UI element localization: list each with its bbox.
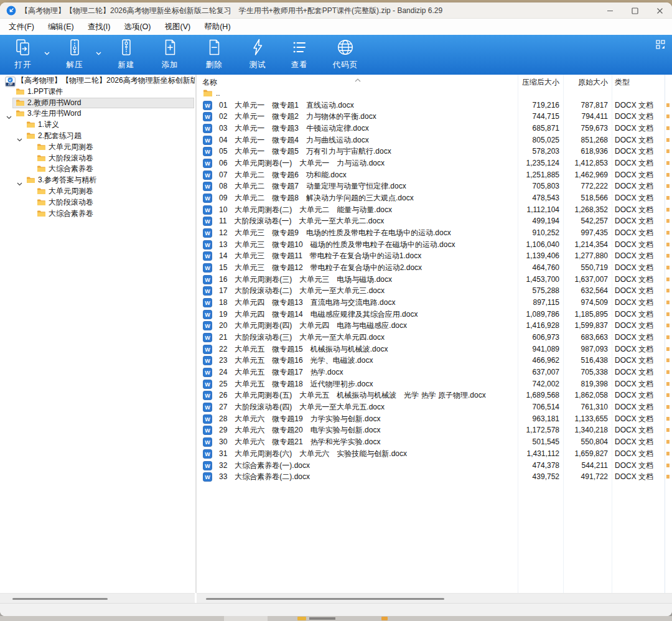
tree-item[interactable]: 大综合素养卷: [0, 208, 195, 220]
file-row[interactable]: W07 大单元二 微专题6 功和能.docx1,251,8851,462,969…: [198, 169, 672, 181]
file-row[interactable]: W33 大综合素养卷(二).docx439,752491,722DOCX 文档: [198, 471, 672, 483]
file-row[interactable]: W26 大单元周测卷(五) 大单元五 机械振动与机械波 光学 热学 原子物理.d…: [198, 390, 672, 401]
menu-item-find[interactable]: 查找(I): [85, 21, 113, 34]
svg-text:W: W: [205, 393, 210, 399]
clipped-next-column-fragment: [666, 324, 670, 327]
menu-item-view[interactable]: 视图(V): [162, 21, 194, 34]
file-row[interactable]: W28 大单元六 微专题19 力学实验与创新.docx963,1811,133,…: [198, 413, 672, 425]
packed-size: 1,106,040: [526, 239, 559, 251]
file-row[interactable]: W16 大单元周测卷(三) 大单元三 电场与磁场.docx1,453,7001,…: [198, 274, 672, 286]
file-row[interactable]: W25 大单元五 微专题18 近代物理初步.docx742,002819,398…: [198, 378, 672, 390]
tree-horizontal-scrollbar[interactable]: [0, 593, 195, 603]
file-row[interactable]: W02 大单元一 微专题2 力与物体的平衡.docx744,715794,411…: [198, 111, 672, 123]
file-name: 04 大单元一 微专题4 力与曲线运动.docx: [219, 134, 369, 146]
toolbar-button-codepage[interactable]: 代码页: [328, 38, 363, 70]
chevron-down-icon[interactable]: [17, 134, 22, 138]
toolbar-button-open[interactable]: 打开: [6, 38, 40, 70]
file-row[interactable]: W27 大阶段滚动卷(四) 大单元一至大单元五.docx706,514761,3…: [198, 401, 672, 413]
file-row[interactable]: W08 大单元二 微专题7 动量定理与动量守恒定律.docx705,803772…: [198, 180, 672, 192]
file-row[interactable]: W01 大单元一 微专题1 直线运动.docx719,216787,817DOC…: [198, 100, 672, 111]
file-row[interactable]: W19 大单元四 微专题14 电磁感应规律及其综合应用.docx1,089,78…: [198, 309, 672, 320]
file-row[interactable]: W17 大阶段滚动卷(二) 大单元一至大单元三.docx575,288632,5…: [198, 285, 672, 297]
tree-item[interactable]: 大综合素养卷: [0, 164, 195, 175]
svg-text:W: W: [205, 138, 210, 144]
menu-item-file[interactable]: 文件(F): [6, 21, 37, 34]
tree-item-label: 3.学生用书Word: [27, 108, 81, 119]
menu-item-options[interactable]: 选项(O): [121, 21, 153, 34]
file-name: 12 大单元三 微专题9 电场的性质及带电粒子在电场中的运动.docx: [219, 227, 451, 239]
toolbar-button-test[interactable]: 测试: [240, 38, 275, 70]
file-row[interactable]: W04 大单元一 微专题4 力与曲线运动.docx805,025851,268D…: [198, 134, 672, 146]
column-header-type[interactable]: 类型: [615, 77, 630, 88]
chevron-down-icon[interactable]: [17, 179, 22, 182]
file-row[interactable]: W09 大单元二 微专题8 解决动力学问题的三大观点.docx478,54351…: [198, 192, 672, 204]
file-row[interactable]: W06 大单元周测卷(一) 大单元一 力与运动.docx1,235,1241,4…: [198, 157, 672, 169]
menu-item-edit[interactable]: 编辑(E): [45, 21, 77, 34]
file-row[interactable]: W30 大单元六 微专题21 热学和光学实验.docx501,545550,80…: [198, 436, 672, 448]
chevron-down-icon[interactable]: [6, 112, 12, 116]
file-row[interactable]: W23 大单元五 微专题16 光学、电磁波.docx466,962516,438…: [198, 355, 672, 367]
close-button[interactable]: [648, 2, 671, 19]
parent-directory-row[interactable]: ..: [198, 88, 672, 100]
tree-item-label: 1.PPT课件: [27, 86, 63, 98]
file-row[interactable]: W14 大单元三 微专题11 带电粒子在复合场中的运动1.docx1,139,4…: [198, 250, 672, 262]
scrollbar-thumb[interactable]: [12, 598, 108, 600]
tree-item[interactable]: 3.参考答案与精析: [0, 175, 195, 186]
toolbar-button-delete[interactable]: 删除: [197, 38, 231, 70]
file-row[interactable]: W13 大单元三 微专题10 磁场的性质及带电粒子在磁场中的运动.docx1,1…: [198, 239, 672, 251]
column-header-name[interactable]: 名称: [202, 77, 217, 88]
file-row[interactable]: W15 大单元三 微专题12 带电粒子在复合场中的运动2.docx464,760…: [198, 262, 672, 274]
file-row[interactable]: W11 大阶段滚动卷(一) 大单元一至大单元二.docx499,194542,2…: [198, 215, 672, 227]
file-list-panel: 名称 压缩后大小 原始大小 类型 ..W01 大单元一 微专题1 直线运动.do…: [198, 75, 672, 593]
toolbar-label: 解压: [57, 60, 92, 70]
tree-item[interactable]: ZIP【高考物理】【物理二轮】2026高考物理新坐标创新版二轮复习 学生用书+教…: [0, 75, 195, 86]
file-row[interactable]: W21 大阶段滚动卷(三) 大单元一至大单元四.docx606,973683,6…: [198, 332, 672, 343]
tree-item-label: 2.配套练习题: [38, 131, 82, 142]
file-row[interactable]: W22 大单元五 微专题15 机械振动与机械波.docx941,089987,0…: [198, 343, 672, 355]
tree-item[interactable]: 大阶段滚动卷: [0, 197, 195, 208]
maximize-button[interactable]: [623, 2, 646, 19]
word-file-icon: W: [203, 251, 212, 261]
minimize-button[interactable]: [599, 2, 621, 19]
panel-splitter[interactable]: [195, 75, 197, 593]
tree-item[interactable]: 2.配套练习题: [0, 131, 195, 142]
titlebar: 【高考物理】【物理二轮】2026高考物理新坐标创新版二轮复习 学生用书+教师用书…: [0, 2, 672, 19]
file-row[interactable]: W31 大单元周测卷(六) 大单元六 实验技能与创新.docx1,431,112…: [198, 448, 672, 460]
word-file-icon: W: [203, 240, 212, 250]
toolbar-button-new[interactable]: 新建: [109, 38, 144, 70]
column-header-original-size[interactable]: 原始大小: [578, 77, 608, 88]
file-row[interactable]: W18 大单元四 微专题13 直流电路与交流电路.docx897,115974,…: [198, 297, 672, 309]
clipped-next-column-fragment: [666, 475, 670, 479]
toolbar-layout-grid-icon[interactable]: [656, 40, 665, 49]
toolbar-button-add[interactable]: 添加: [152, 38, 187, 70]
open-dropdown-chevron-icon[interactable]: [44, 49, 50, 54]
tree-item-selected[interactable]: 2.教师用书Word: [0, 98, 195, 109]
toolbar: 打开 解压 新建 添加 删除 测试: [0, 35, 672, 75]
file-row[interactable]: W12 大单元三 微专题9 电场的性质及带电粒子在电场中的运动.docx910,…: [198, 227, 672, 239]
extract-dropdown-chevron-icon[interactable]: [96, 49, 102, 54]
tree-item[interactable]: 大阶段滚动卷: [0, 153, 195, 164]
file-name: ..: [216, 88, 220, 100]
original-size: 491,722: [581, 471, 608, 483]
file-row[interactable]: W10 大单元周测卷(二) 大单元二 能量与动量.docx1,112,1041,…: [198, 204, 672, 216]
tree-item[interactable]: 1.讲义: [0, 119, 195, 131]
list-horizontal-scrollbar[interactable]: [197, 593, 672, 603]
clipped-next-column-fragment: [666, 243, 670, 246]
file-row[interactable]: W03 大单元一 微专题3 牛顿运动定律.docx685,871759,673D…: [198, 123, 672, 134]
tree-item[interactable]: 1.PPT课件: [0, 86, 195, 98]
menu-item-help[interactable]: 帮助(H): [202, 21, 233, 34]
file-row[interactable]: W29 大单元六 微专题20 电学实验与创新.docx1,172,5781,34…: [198, 424, 672, 436]
tree-item[interactable]: 3.学生用书Word: [0, 108, 195, 119]
folder-icon: [37, 154, 46, 166]
file-row[interactable]: W20 大单元周测卷(四) 大单元四 电路与电磁感应.docx1,416,928…: [198, 320, 672, 332]
folder-icon: [297, 617, 306, 620]
file-row[interactable]: W05 大单元一 微专题5 万有引力与宇宙航行.docx578,203618,9…: [198, 146, 672, 157]
toolbar-button-view[interactable]: 查看: [282, 38, 317, 70]
scrollbar-thumb[interactable]: [206, 598, 444, 600]
tree-item[interactable]: 大单元周测卷: [0, 186, 195, 197]
toolbar-button-extract[interactable]: 解压: [57, 38, 92, 70]
tree-item[interactable]: 大单元周测卷: [0, 142, 195, 153]
column-header-packed-size[interactable]: 压缩后大小: [522, 77, 559, 88]
file-row[interactable]: W24 大单元五 微专题17 热学.docx637,007705,338DOCX…: [198, 367, 672, 378]
file-row[interactable]: W32 大综合素养卷(一).docx474,378544,211DOCX 文档: [198, 460, 672, 472]
